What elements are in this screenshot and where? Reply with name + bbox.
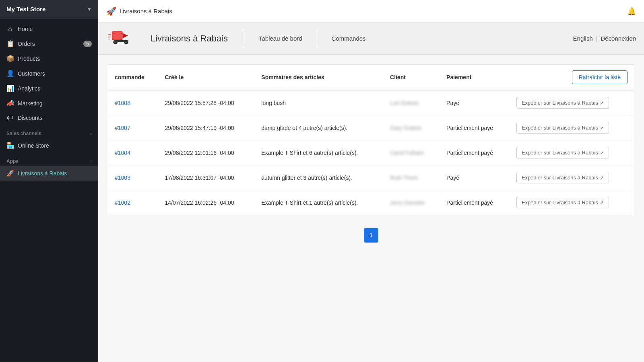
sidebar-label-discounts: Discounts (18, 115, 42, 121)
orders-icon: 📋 (6, 40, 14, 47)
action-cell: Expédier sur Livraisons à Rabais ↗ (510, 90, 634, 115)
notification-icon[interactable]: 🔔 (627, 7, 636, 16)
order-id-cell: #1003 (108, 165, 159, 190)
col-header-created: Créé le (159, 65, 255, 90)
orders-table: commande Créé le Sommaires des articles … (108, 64, 634, 215)
summary-cell: long bush (255, 90, 384, 115)
online-store-icon: 🏪 (6, 142, 14, 149)
sidebar-item-livraisons[interactable]: 🚀 Livraisons à Rabais (0, 166, 98, 181)
created-cell: 14/07/2022 16:02:26 -04:00 (159, 190, 255, 215)
order-link[interactable]: #1003 (115, 175, 130, 181)
table-row: #1003 17/08/2022 16:31:07 -04:00 autumn … (108, 165, 634, 190)
ship-button[interactable]: Expédier sur Livraisons à Rabais ↗ (516, 172, 609, 183)
table-row: #1002 14/07/2022 16:02:26 -04:00 Example… (108, 190, 634, 215)
payment-cell: Partiellement payé (440, 115, 510, 140)
action-cell: Expédier sur Livraisons à Rabais ↗ (510, 115, 634, 140)
payment-cell: Payé (440, 165, 510, 190)
external-link-icon: ↗ (600, 200, 604, 206)
ship-button[interactable]: Expédier sur Livraisons à Rabais ↗ (516, 147, 609, 158)
sidebar-label-analytics: Analytics (18, 85, 40, 92)
store-selector[interactable]: My Test Store ▼ (0, 0, 98, 19)
header-right: English | Déconnexion (573, 35, 636, 42)
home-icon (6, 25, 14, 33)
col-header-client: Client (384, 65, 440, 90)
external-link-icon: ↗ (600, 125, 604, 131)
sidebar-nav: Home 📋 Orders 5 📦 Products 👤 Customers 📊… (0, 19, 98, 362)
sidebar-item-analytics[interactable]: 📊 Analytics (0, 81, 98, 96)
sidebar-item-home[interactable]: Home (0, 22, 98, 36)
sidebar-item-marketing[interactable]: 📣 Marketing (0, 96, 98, 111)
summary-cell: autumn glitter et 3 autre(s) article(s). (255, 165, 384, 190)
order-link[interactable]: #1002 (115, 200, 130, 206)
ship-button[interactable]: Expédier sur Livraisons à Rabais ↗ (516, 197, 609, 208)
created-cell: 29/08/2022 15:47:19 -04:00 (159, 115, 255, 140)
chevron-down-icon: ▼ (87, 6, 92, 12)
payment-cell: Partiellement payé (440, 140, 510, 165)
sidebar-label-online-store: Online Store (18, 142, 49, 149)
sales-channels-section: Sales channels › (0, 125, 98, 138)
orders-badge: 5 (83, 41, 92, 47)
table-row: #1004 29/08/2022 12:01:16 -04:00 Example… (108, 140, 634, 165)
svg-marker-9 (123, 33, 128, 38)
sidebar-item-discounts[interactable]: 🏷 Discounts (0, 111, 98, 125)
topbar-title: Livraisons à Rabais (120, 8, 172, 14)
sidebar-label-customers: Customers (18, 70, 45, 77)
order-link[interactable]: #1007 (115, 125, 130, 131)
apps-section: Apps › (0, 153, 98, 166)
app-header-title: Livraisons à Rabais (151, 33, 228, 44)
customer-name: Ruth Thom (390, 175, 418, 181)
col-header-payment: Paiement (440, 65, 510, 90)
customer-name: Lori Dubois (390, 100, 419, 106)
marketing-icon: 📣 (6, 99, 14, 107)
svg-point-13 (114, 39, 115, 40)
topbar-app-icon: 🚀 (106, 6, 116, 16)
header-separator: | (596, 35, 598, 42)
order-id-cell: #1002 (108, 190, 159, 215)
summary-cell: damp glade et 4 autre(s) article(s). (255, 115, 384, 140)
language-selector[interactable]: English (573, 35, 593, 42)
orders-tbody: #1008 29/08/2022 15:57:28 -04:00 long bu… (108, 90, 634, 215)
payment-cell: Partiellement payé (440, 190, 510, 215)
customers-icon: 👤 (6, 70, 14, 77)
summary-cell: Example T-Shirt et 1 autre(s) article(s)… (255, 190, 384, 215)
page-button-1[interactable]: 1 (364, 228, 378, 243)
svg-point-12 (121, 33, 122, 34)
nav-link-dashboard[interactable]: Tableau de bord (252, 32, 309, 45)
delivery-icon: 🚀 (6, 169, 14, 177)
header-divider-2 (317, 31, 317, 47)
pagination: 1 (108, 228, 634, 243)
app-header: Livraisons à Rabais Tableau de bord Comm… (98, 23, 644, 55)
sidebar-item-customers[interactable]: 👤 Customers (0, 66, 98, 81)
store-name: My Test Store (6, 6, 45, 12)
created-cell: 17/08/2022 16:31:07 -04:00 (159, 165, 255, 190)
ship-button[interactable]: Expédier sur Livraisons à Rabais ↗ (516, 122, 609, 134)
customer-name: Carol Fulham (390, 150, 424, 156)
header-divider (244, 31, 244, 47)
sidebar-item-orders[interactable]: 📋 Orders 5 (0, 36, 98, 51)
topbar: 🚀 Livraisons à Rabais 🔔 (98, 0, 644, 23)
sidebar-item-online-store[interactable]: 🏪 Online Store (0, 138, 98, 153)
action-cell: Expédier sur Livraisons à Rabais ↗ (510, 165, 634, 190)
order-link[interactable]: #1004 (115, 150, 130, 156)
discounts-icon: 🏷 (6, 114, 14, 121)
sidebar-item-products[interactable]: 📦 Products (0, 51, 98, 66)
app-logo (106, 27, 142, 51)
logout-button[interactable]: Déconnexion (601, 35, 636, 42)
payment-cell: Payé (440, 90, 510, 115)
table-row: #1007 29/08/2022 15:47:19 -04:00 damp gl… (108, 115, 634, 140)
col-header-action: Rafraîchir la liste (510, 65, 634, 90)
customer-cell: Lori Dubois (384, 90, 440, 115)
ship-button[interactable]: Expédier sur Livraisons à Rabais ↗ (516, 97, 609, 109)
refresh-button[interactable]: Rafraîchir la liste (572, 70, 627, 84)
nav-link-orders[interactable]: Commandes (325, 32, 372, 45)
page-content: commande Créé le Sommaires des articles … (98, 55, 644, 362)
apps-arrow: › (90, 159, 92, 164)
svg-point-11 (114, 33, 115, 34)
order-link[interactable]: #1008 (115, 100, 130, 106)
order-id-cell: #1008 (108, 90, 159, 115)
sales-channels-arrow: › (90, 131, 92, 136)
action-cell: Expédier sur Livraisons à Rabais ↗ (510, 140, 634, 165)
sidebar-label-marketing: Marketing (18, 100, 42, 107)
customer-name: Gary Dubois (390, 125, 421, 131)
external-link-icon: ↗ (600, 100, 604, 106)
